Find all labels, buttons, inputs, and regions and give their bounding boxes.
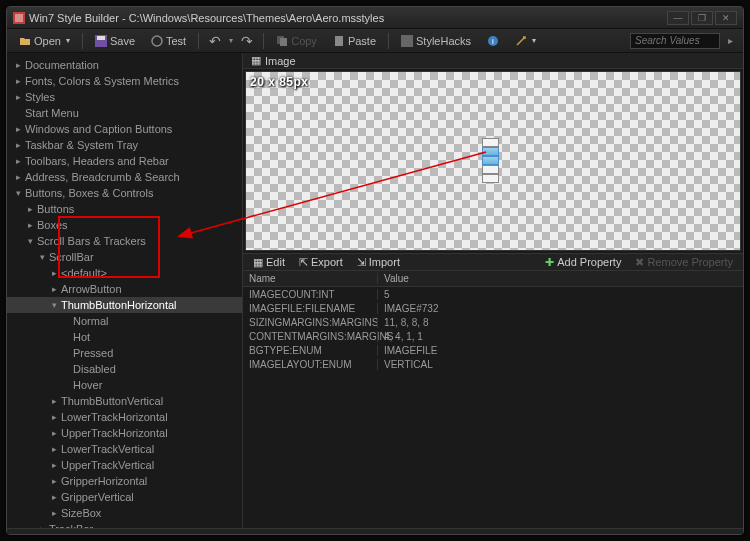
expand-arrow-icon[interactable] [49, 476, 59, 486]
tree-item[interactable]: GripperHorizontal [7, 473, 242, 489]
property-toolbar: ▦Edit ⇱Export ⇲Import ✚Add Property ✖Rem… [243, 253, 743, 271]
expand-arrow-icon[interactable] [25, 236, 35, 246]
expand-arrow-icon[interactable] [13, 76, 23, 86]
add-property-button[interactable]: ✚Add Property [539, 256, 627, 269]
expand-arrow-icon[interactable] [13, 156, 23, 166]
expand-arrow-icon[interactable] [13, 60, 23, 70]
expand-arrow-icon[interactable] [13, 92, 23, 102]
svg-text:i: i [492, 37, 494, 46]
tree-item[interactable]: Fonts, Colors & System Metrics [7, 73, 242, 89]
expand-arrow-icon[interactable] [49, 396, 59, 406]
expand-arrow-icon[interactable] [13, 124, 23, 134]
info-icon: i [487, 35, 499, 47]
tree-item[interactable]: Taskbar & System Tray [7, 137, 242, 153]
tree-item[interactable]: Pressed [7, 345, 242, 361]
property-row[interactable]: CONTENTMARGINS:MARGINS4, 4, 1, 1 [243, 329, 743, 343]
test-button[interactable]: Test [145, 33, 192, 49]
property-row[interactable]: SIZINGMARGINS:MARGINS11, 8, 8, 8 [243, 315, 743, 329]
open-button[interactable]: Open▾ [13, 33, 76, 49]
import-property-button[interactable]: ⇲Import [351, 256, 406, 269]
expand-arrow-icon[interactable] [13, 140, 23, 150]
expand-arrow-icon[interactable] [13, 172, 23, 182]
tree-item[interactable]: TrackBar [7, 521, 242, 528]
tree-item-label: UpperTrackVertical [59, 459, 154, 471]
expand-arrow-icon[interactable] [49, 444, 59, 454]
column-header-name[interactable]: Name [243, 273, 377, 284]
expand-arrow-icon[interactable] [49, 428, 59, 438]
tree-item-label: TrackBar [47, 523, 93, 528]
tree-item[interactable]: SizeBox [7, 505, 242, 521]
info-button[interactable]: i [481, 33, 505, 49]
tree-item-label: Windows and Caption Buttons [23, 123, 172, 135]
tree-item[interactable]: Normal [7, 313, 242, 329]
expand-arrow-icon[interactable] [49, 460, 59, 470]
property-row[interactable]: IMAGEFILE:FILENAMEIMAGE#732 [243, 301, 743, 315]
tree-item[interactable]: Toolbars, Headers and Rebar [7, 153, 242, 169]
expand-arrow-icon[interactable] [49, 508, 59, 518]
tree-item[interactable]: Buttons, Boxes & Controls [7, 185, 242, 201]
tree-item-label: LowerTrackHorizontal [59, 411, 168, 423]
tree-item[interactable]: LowerTrackVertical [7, 441, 242, 457]
copy-button[interactable]: Copy [270, 33, 323, 49]
tree-item[interactable]: Disabled [7, 361, 242, 377]
image-panel-header: ▦Image [243, 53, 743, 69]
nav-back-button[interactable]: ↶ [205, 33, 225, 49]
tree-item[interactable]: Hot [7, 329, 242, 345]
export-property-button[interactable]: ⇱Export [293, 256, 349, 269]
tree-item[interactable]: <default> [7, 265, 242, 281]
expand-arrow-icon[interactable] [49, 412, 59, 422]
minimize-button[interactable]: — [667, 11, 689, 25]
wand-button[interactable]: ▾ [509, 33, 542, 49]
expand-arrow-icon[interactable] [25, 204, 35, 214]
tree-item[interactable]: Start Menu [7, 105, 242, 121]
paste-icon [333, 35, 345, 47]
save-button[interactable]: Save [89, 33, 141, 49]
tree-item[interactable]: ThumbButtonHorizontal [7, 297, 242, 313]
tree-item[interactable]: GripperVertical [7, 489, 242, 505]
edit-property-button[interactable]: ▦Edit [247, 256, 291, 269]
close-button[interactable]: ✕ [715, 11, 737, 25]
expand-arrow-icon[interactable] [49, 492, 59, 502]
tree-item[interactable]: Styles [7, 89, 242, 105]
tree-item[interactable]: LowerTrackHorizontal [7, 409, 242, 425]
property-row[interactable]: BGTYPE:ENUMIMAGEFILE [243, 343, 743, 357]
stylehacks-button[interactable]: StyleHacks [395, 33, 477, 49]
property-row[interactable]: IMAGELAYOUT:ENUMVERTICAL [243, 357, 743, 371]
navigation-tree[interactable]: DocumentationFonts, Colors & System Metr… [7, 53, 243, 528]
tree-item[interactable]: ThumbButtonVertical [7, 393, 242, 409]
expand-arrow-icon[interactable] [37, 252, 47, 262]
search-go-button[interactable]: ▸ [724, 35, 737, 46]
search-input[interactable] [630, 33, 720, 49]
expand-arrow-icon[interactable] [49, 300, 59, 310]
remove-property-button[interactable]: ✖Remove Property [629, 256, 739, 269]
folder-icon [19, 35, 31, 47]
svg-rect-8 [401, 35, 413, 47]
tree-item[interactable]: Documentation [7, 57, 242, 73]
window-title: Win7 Style Builder - C:\Windows\Resource… [29, 12, 667, 24]
property-table[interactable]: Name Value IMAGECOUNT:INT5IMAGEFILE:FILE… [243, 271, 743, 528]
tree-item[interactable]: Address, Breadcrumb & Search [7, 169, 242, 185]
nav-forward-button[interactable]: ↷ [237, 33, 257, 49]
column-header-value[interactable]: Value [377, 273, 743, 284]
expand-arrow-icon[interactable] [13, 188, 23, 198]
maximize-button[interactable]: ❐ [691, 11, 713, 25]
expand-arrow-icon[interactable] [49, 284, 59, 294]
expand-arrow-icon[interactable] [37, 524, 47, 528]
tree-item[interactable]: UpperTrackVertical [7, 457, 242, 473]
tree-item[interactable]: Windows and Caption Buttons [7, 121, 242, 137]
tree-item[interactable]: UpperTrackHorizontal [7, 425, 242, 441]
paste-button[interactable]: Paste [327, 33, 382, 49]
expand-arrow-icon[interactable] [25, 220, 35, 230]
property-row[interactable]: IMAGECOUNT:INT5 [243, 287, 743, 301]
tree-item-label: GripperVertical [59, 491, 134, 503]
tree-item[interactable]: Hover [7, 377, 242, 393]
image-preview-area[interactable]: 20 x 85px [245, 71, 741, 251]
tree-item[interactable]: Boxes [7, 217, 242, 233]
tree-item[interactable]: ScrollBar [7, 249, 242, 265]
tree-item[interactable]: ArrowButton [7, 281, 242, 297]
tree-item[interactable]: Buttons [7, 201, 242, 217]
expand-arrow-icon[interactable] [49, 268, 59, 278]
titlebar[interactable]: Win7 Style Builder - C:\Windows\Resource… [7, 7, 743, 29]
tree-item[interactable]: Scroll Bars & Trackers [7, 233, 242, 249]
property-name: IMAGECOUNT:INT [243, 289, 377, 300]
